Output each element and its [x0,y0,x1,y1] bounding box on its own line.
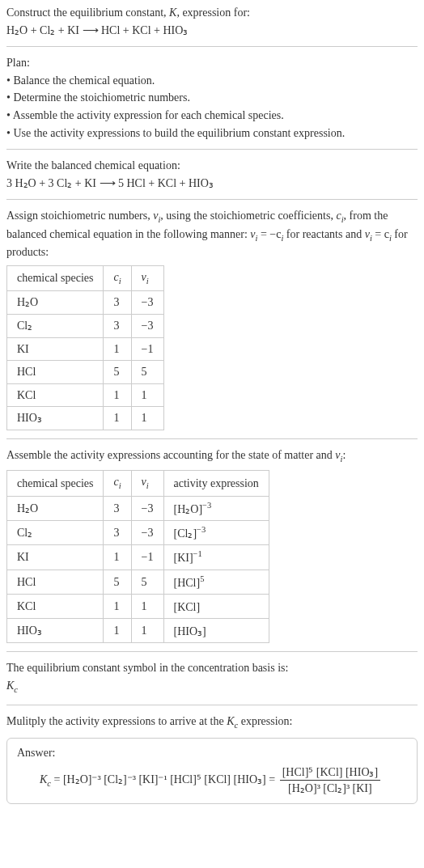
balanced-label: Write the balanced chemical equation: [6,158,418,174]
subscript-i: i [119,481,121,490]
subscript-i: i [119,277,121,286]
text: expression: [238,715,292,727]
text: Assign stoichiometric numbers, [6,210,153,222]
balanced-equation: 3 H₂O + 3 Cl₂ + KI ⟶ 5 HCl + KCl + HIO₃ [6,176,418,192]
cell-c: 1 [104,545,131,569]
subscript-i: i [146,481,149,490]
cell-species: HCl [7,361,104,384]
base: [KCl] [174,601,201,613]
activity-table: chemical species ci νi activity expressi… [6,470,269,643]
header-block: Construct the equilibrium constant, K, e… [6,5,418,38]
table-header-row: chemical species ci νi [7,265,164,290]
cell-nu: −3 [131,314,163,337]
cell-activity: [KCl] [163,594,269,618]
subscript-c: c [14,685,18,694]
cell-species: HIO₃ [7,407,104,430]
cell-nu: −3 [131,496,163,520]
divider [6,651,418,652]
activity-block: Assemble the activity expressions accoun… [6,447,418,643]
multiply-block: Mulitply the activity expressions to arr… [6,713,418,804]
text: Construct the equilibrium constant, [6,6,169,19]
cell-c: 1 [104,407,131,430]
divider [6,199,418,200]
cell-nu: 1 [131,383,163,407]
table-row: Cl₂3−3[Cl₂]−3 [7,521,269,545]
cell-species: KCl [7,594,104,618]
cell-species: KCl [7,383,104,407]
table-header-row: chemical species ci νi activity expressi… [7,471,269,496]
cell-activity: [KI]−1 [163,545,269,569]
plan-item: • Determine the stoichiometric numbers. [6,90,418,106]
table-row: H₂O3−3 [7,291,164,315]
base: [H₂O] [174,503,203,515]
stoich-table: chemical species ci νi H₂O3−3 Cl₂3−3 KI1… [6,265,164,430]
col-nu: νi [131,471,163,496]
base: [KI] [174,552,193,564]
cell-nu: −3 [131,521,163,545]
numerator: [HCl]⁵ [KCl] [HIO₃] [280,764,381,781]
cell-species: H₂O [7,496,104,520]
text: Assemble the activity expressions accoun… [6,449,335,461]
answer-label: Answer: [17,745,407,761]
plan-title: Plan: [6,55,418,71]
cell-nu: 1 [131,407,163,430]
answer-box: Answer: Kc = [H₂O]⁻³ [Cl₂]⁻³ [KI]⁻¹ [HCl… [6,738,418,804]
table-row: HCl55 [7,361,164,384]
fraction: [HCl]⁵ [KCl] [HIO₃][H₂O]³ [Cl₂]³ [KI] [280,764,381,797]
cell-activity: [Cl₂]−3 [163,521,269,545]
eq-left: = [H₂O]⁻³ [Cl₂]⁻³ [KI]⁻¹ [HCl]⁵ [KCl] [H… [51,773,278,785]
kc-symbol: Kc [6,678,418,696]
table-row: HIO₃11 [7,407,164,430]
cell-nu: −1 [131,545,163,569]
cell-species: KI [7,545,104,569]
cell-nu: 5 [131,361,163,384]
cell-c: 3 [104,291,131,315]
plan-item: • Assemble the activity expression for e… [6,108,418,124]
plan-block: Plan: • Balance the chemical equation. •… [6,55,418,141]
col-species: chemical species [7,265,104,290]
stoich-block: Assign stoichiometric numbers, νi, using… [6,208,418,430]
cell-nu: −3 [131,291,163,315]
answer-equation: Kc = [H₂O]⁻³ [Cl₂]⁻³ [KI]⁻¹ [HCl]⁵ [KCl]… [17,764,407,797]
table-row: HCl55[HCl]5 [7,569,269,594]
col-c: ci [104,265,131,290]
col-species: chemical species [7,471,104,496]
table-row: HIO₃11[HIO₃] [7,619,269,643]
kc-text: The equilibrium constant symbol in the c… [6,660,418,676]
table-row: KCl11 [7,383,164,407]
cell-nu: 5 [131,569,163,594]
cell-activity: [H₂O]−3 [163,496,269,520]
exp: −1 [193,549,202,558]
text: = −c [257,228,281,240]
K-symbol: K [169,6,176,19]
text: , expression for: [176,6,250,19]
table-row: KI1−1 [7,337,164,361]
cell-c: 3 [104,521,131,545]
exp: 5 [200,574,204,583]
divider [6,438,418,439]
text: = c [372,228,389,240]
stoich-text: Assign stoichiometric numbers, νi, using… [6,208,418,260]
col-nu: νi [131,265,163,290]
table-row: KCl11[KCl] [7,594,269,618]
header-line1: Construct the equilibrium constant, K, e… [6,5,418,21]
cell-species: H₂O [7,291,104,315]
divider [6,149,418,150]
col-activity: activity expression [163,471,269,496]
unbalanced-equation: H₂O + Cl₂ + KI ⟶ HCl + KCl + HIO₃ [6,23,418,39]
cell-species: Cl₂ [7,314,104,337]
K-symbol: K [227,715,234,727]
subscript-i: i [146,277,149,286]
cell-species: KI [7,337,104,361]
table-row: KI1−1[KI]−1 [7,545,269,569]
plan-item: • Balance the chemical equation. [6,73,418,89]
cell-c: 3 [104,496,131,520]
divider [6,46,418,47]
text: : [342,449,346,461]
plan-item: • Use the activity expressions to build … [6,125,418,142]
base: [HCl] [174,576,201,588]
cell-c: 1 [104,594,131,618]
K-symbol: K [6,680,14,692]
col-c: ci [104,471,131,496]
cell-c: 1 [104,619,131,643]
